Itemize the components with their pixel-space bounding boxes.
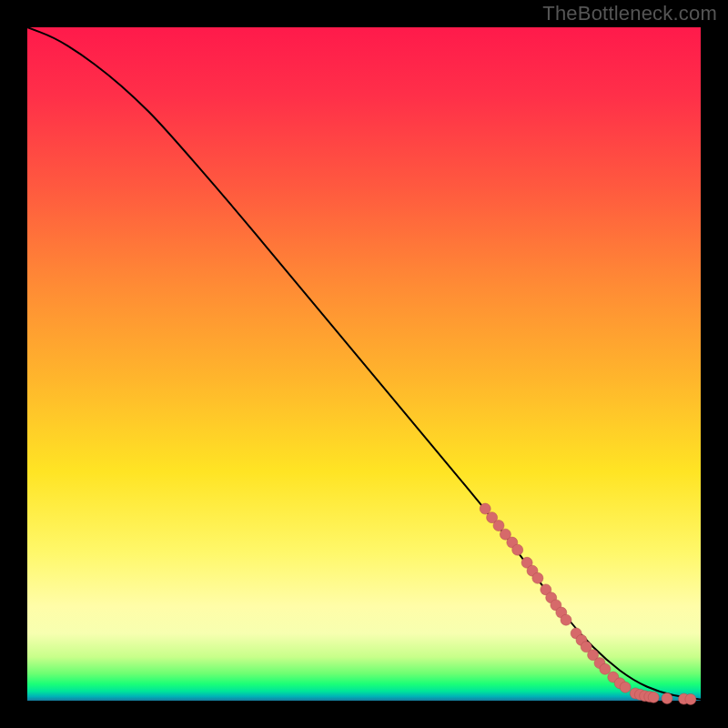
plot-area — [27, 27, 701, 701]
data-marker — [620, 682, 631, 693]
data-marker — [685, 693, 696, 704]
data-marker — [493, 521, 504, 531]
data-marker — [532, 572, 543, 583]
data-marker — [662, 693, 672, 703]
data-markers — [480, 503, 696, 704]
watermark-text: TheBottleneck.com — [542, 2, 717, 25]
data-marker — [561, 614, 571, 625]
data-marker — [600, 663, 611, 674]
data-marker — [480, 503, 490, 514]
data-marker — [512, 544, 523, 555]
chart-stage: TheBottleneck.com — [0, 0, 728, 728]
plot-overlay — [27, 27, 701, 701]
data-marker — [648, 692, 659, 703]
curve-line — [27, 27, 701, 700]
